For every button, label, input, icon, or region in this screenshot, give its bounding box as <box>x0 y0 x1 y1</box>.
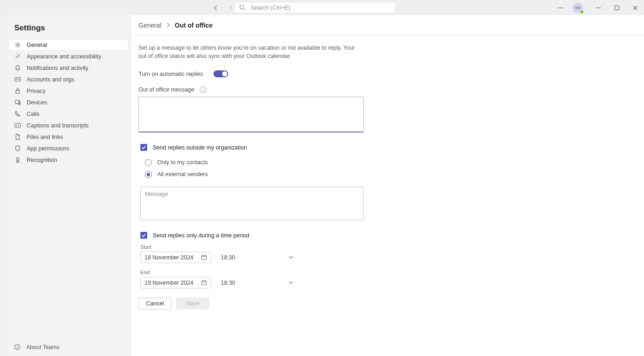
sidebar-item-label: Appearance and accessibility <box>27 53 101 60</box>
svg-rect-3 <box>615 6 619 10</box>
start-time-picker[interactable]: 18:30 <box>219 252 298 263</box>
about-teams-label: About Teams <box>26 344 60 350</box>
sidebar-item-app-permissions[interactable]: App permissions <box>9 143 128 154</box>
send-outside-label: Send replies outside my organization <box>153 144 247 151</box>
close-icon <box>632 5 638 11</box>
sidebar-item-label: Accounts and orgs <box>27 76 75 83</box>
sidebar-item-label: Calls <box>27 111 40 117</box>
shield-icon <box>14 145 21 152</box>
svg-point-5 <box>19 54 20 55</box>
sidebar-item-label: App permissions <box>27 145 69 152</box>
bell-icon <box>14 64 21 72</box>
chevron-down-icon <box>288 256 293 259</box>
svg-point-9 <box>16 79 17 80</box>
sidebar-item-general[interactable]: General <box>9 39 128 51</box>
search-box[interactable] <box>234 2 396 13</box>
info-icon[interactable]: i <box>200 86 206 93</box>
search-input[interactable] <box>250 4 391 11</box>
auto-replies-label: Turn on automatic replies <box>138 71 203 77</box>
sidebar-item-label: Notifications and activity <box>27 65 88 71</box>
wand-icon <box>14 53 21 60</box>
sidebar-item-captions[interactable]: Captions and transcripts <box>9 120 128 131</box>
breadcrumb-parent[interactable]: General <box>138 22 161 29</box>
svg-rect-12 <box>16 91 19 93</box>
save-button: Save <box>176 298 209 310</box>
avatar[interactable]: VC <box>572 2 583 13</box>
window-maximize-button[interactable] <box>611 2 623 14</box>
content-pane: General Out of office Set up a message t… <box>131 15 644 356</box>
chevron-down-icon <box>288 281 293 285</box>
calendar-icon <box>201 280 207 286</box>
breadcrumb: General Out of office <box>131 15 644 35</box>
time-period-checkbox[interactable] <box>140 232 147 239</box>
send-outside-checkbox[interactable] <box>140 144 147 151</box>
external-message-textarea[interactable] <box>140 187 364 220</box>
sidebar-heading: Settings <box>7 15 131 39</box>
auto-replies-toggle[interactable] <box>213 70 228 77</box>
intro-text: Set up a message to let others know you'… <box>138 44 364 60</box>
sidebar-item-files[interactable]: Files and links <box>9 131 128 143</box>
sidebar-nav: General Appearance and accessibility Not… <box>7 39 131 166</box>
sidebar-item-label: Devices <box>27 99 47 106</box>
about-teams-link[interactable]: About Teams <box>7 338 131 356</box>
minimize-icon <box>596 5 601 11</box>
sidebar-item-recognition[interactable]: Recognition <box>9 154 128 166</box>
cancel-button[interactable]: Cancel <box>138 298 172 310</box>
end-date-value: 19 November 2024 <box>144 280 193 286</box>
sidebar-item-calls[interactable]: Calls <box>9 108 128 120</box>
file-icon <box>14 133 21 141</box>
sidebar-item-label: Captions and transcripts <box>27 122 89 129</box>
svg-point-19 <box>17 345 18 346</box>
start-label: Start <box>140 244 501 250</box>
end-time-value: 18:30 <box>221 280 235 286</box>
radio-all-external[interactable]: All external senders <box>145 168 501 180</box>
lock-icon <box>14 87 21 95</box>
chevron-right-icon <box>228 5 233 11</box>
radio-only-contacts[interactable]: Only to my contacts <box>145 156 501 168</box>
end-time-picker[interactable]: 18:30 <box>219 277 298 288</box>
title-bar: ⋯ VC <box>0 0 644 15</box>
sidebar-item-accounts[interactable]: Accounts and orgs <box>9 74 128 85</box>
svg-rect-24 <box>201 281 206 285</box>
start-date-picker[interactable]: 18 November 2024 <box>140 252 211 263</box>
ooo-message-textarea[interactable] <box>138 97 364 132</box>
sidebar-item-devices[interactable]: Devices <box>9 97 128 108</box>
start-time-value: 18:30 <box>221 254 235 261</box>
window-minimize-button[interactable] <box>592 2 604 14</box>
radio-only-contacts-label: Only to my contacts <box>157 159 208 166</box>
app-rail <box>0 15 7 356</box>
svg-rect-20 <box>201 256 206 260</box>
svg-point-16 <box>16 158 19 161</box>
sidebar-item-notifications[interactable]: Notifications and activity <box>9 62 128 74</box>
sidebar-item-appearance[interactable]: Appearance and accessibility <box>9 51 128 62</box>
id-card-icon <box>14 76 21 83</box>
check-icon <box>141 233 146 238</box>
sidebar-item-label: Privacy <box>27 88 46 94</box>
window-close-button[interactable] <box>629 2 641 14</box>
sidebar-item-privacy[interactable]: Privacy <box>9 85 128 97</box>
maximize-icon <box>614 5 620 11</box>
svg-point-0 <box>240 5 243 9</box>
device-icon <box>14 99 21 106</box>
award-icon <box>14 156 21 164</box>
end-date-picker[interactable]: 19 November 2024 <box>140 277 211 288</box>
presence-badge-icon <box>580 10 584 14</box>
svg-line-1 <box>243 9 245 10</box>
info-icon <box>14 344 21 350</box>
phone-icon <box>14 110 21 118</box>
cc-icon <box>14 122 21 129</box>
more-options-button[interactable]: ⋯ <box>556 2 566 13</box>
svg-point-7 <box>19 57 20 57</box>
calendar-icon <box>201 254 207 260</box>
nav-forward-button[interactable] <box>226 4 235 12</box>
sidebar-item-label: Files and links <box>27 134 63 140</box>
avatar-initials: VC <box>575 6 581 10</box>
nav-back-button[interactable] <box>212 4 220 12</box>
svg-rect-8 <box>15 77 20 81</box>
svg-point-6 <box>16 54 17 55</box>
chevron-left-icon <box>213 5 218 11</box>
search-icon <box>239 5 245 11</box>
sidebar-item-label: General <box>27 42 47 48</box>
chevron-right-icon <box>166 23 170 28</box>
ooo-message-label: Out of office message <box>138 86 194 93</box>
